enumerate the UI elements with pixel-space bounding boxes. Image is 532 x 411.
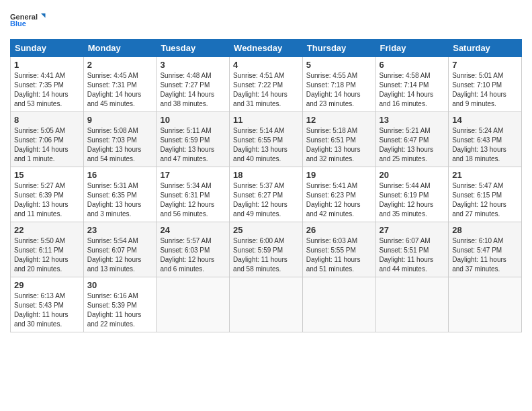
day-cell: 22Sunrise: 5:50 AMSunset: 6:11 PMDayligh… bbox=[11, 222, 84, 277]
day-cell: 13Sunrise: 5:21 AMSunset: 6:47 PMDayligh… bbox=[375, 112, 449, 167]
day-number: 30 bbox=[87, 280, 153, 290]
day-cell: 11Sunrise: 5:14 AMSunset: 6:55 PMDayligh… bbox=[230, 112, 303, 167]
day-info: Sunrise: 5:21 AMSunset: 6:47 PMDaylight:… bbox=[380, 126, 445, 164]
day-info: Sunrise: 6:10 AMSunset: 5:47 PMDaylight:… bbox=[452, 236, 518, 274]
day-number: 26 bbox=[306, 225, 372, 235]
day-number: 20 bbox=[380, 170, 445, 180]
day-info: Sunrise: 6:00 AMSunset: 5:59 PMDaylight:… bbox=[233, 236, 299, 274]
day-info: Sunrise: 4:45 AMSunset: 7:31 PMDaylight:… bbox=[87, 71, 153, 109]
week-row-3: 15Sunrise: 5:27 AMSunset: 6:39 PMDayligh… bbox=[11, 167, 522, 222]
week-row-1: 1Sunrise: 4:41 AMSunset: 7:35 PMDaylight… bbox=[11, 57, 522, 112]
day-cell bbox=[302, 277, 375, 332]
col-monday: Monday bbox=[83, 40, 157, 57]
day-cell bbox=[449, 277, 522, 332]
day-number: 7 bbox=[452, 60, 518, 70]
day-cell: 2Sunrise: 4:45 AMSunset: 7:31 PMDaylight… bbox=[83, 57, 157, 112]
day-number: 24 bbox=[160, 225, 226, 235]
day-cell: 25Sunrise: 6:00 AMSunset: 5:59 PMDayligh… bbox=[230, 222, 303, 277]
logo: General Blue bbox=[10, 7, 47, 34]
day-cell: 23Sunrise: 5:54 AMSunset: 6:07 PMDayligh… bbox=[83, 222, 157, 277]
day-info: Sunrise: 4:51 AMSunset: 7:22 PMDaylight:… bbox=[233, 71, 299, 109]
day-cell: 17Sunrise: 5:34 AMSunset: 6:31 PMDayligh… bbox=[157, 167, 230, 222]
day-cell: 27Sunrise: 6:07 AMSunset: 5:51 PMDayligh… bbox=[375, 222, 449, 277]
day-number: 4 bbox=[233, 60, 299, 70]
day-cell: 19Sunrise: 5:41 AMSunset: 6:23 PMDayligh… bbox=[302, 167, 375, 222]
day-number: 27 bbox=[380, 225, 445, 235]
day-number: 23 bbox=[87, 225, 153, 235]
day-number: 5 bbox=[306, 60, 372, 70]
day-cell bbox=[375, 277, 449, 332]
day-info: Sunrise: 5:34 AMSunset: 6:31 PMDaylight:… bbox=[160, 181, 226, 219]
svg-text:Blue: Blue bbox=[10, 19, 26, 28]
day-number: 17 bbox=[160, 170, 226, 180]
day-cell: 5Sunrise: 4:55 AMSunset: 7:18 PMDaylight… bbox=[302, 57, 375, 112]
day-info: Sunrise: 6:13 AMSunset: 5:43 PMDaylight:… bbox=[14, 291, 80, 329]
day-number: 21 bbox=[452, 170, 518, 180]
day-cell: 30Sunrise: 6:16 AMSunset: 5:39 PMDayligh… bbox=[83, 277, 157, 332]
day-cell: 15Sunrise: 5:27 AMSunset: 6:39 PMDayligh… bbox=[11, 167, 84, 222]
day-cell: 10Sunrise: 5:11 AMSunset: 6:59 PMDayligh… bbox=[157, 112, 230, 167]
col-wednesday: Wednesday bbox=[230, 40, 303, 57]
day-info: Sunrise: 5:24 AMSunset: 6:43 PMDaylight:… bbox=[452, 126, 518, 164]
day-number: 12 bbox=[306, 115, 372, 125]
day-cell bbox=[157, 277, 230, 332]
day-cell: 8Sunrise: 5:05 AMSunset: 7:06 PMDaylight… bbox=[11, 112, 84, 167]
day-cell: 3Sunrise: 4:48 AMSunset: 7:27 PMDaylight… bbox=[157, 57, 230, 112]
day-cell: 18Sunrise: 5:37 AMSunset: 6:27 PMDayligh… bbox=[230, 167, 303, 222]
day-number: 19 bbox=[306, 170, 372, 180]
day-cell: 24Sunrise: 5:57 AMSunset: 6:03 PMDayligh… bbox=[157, 222, 230, 277]
logo-svg: General Blue bbox=[10, 7, 47, 34]
day-number: 29 bbox=[14, 280, 80, 290]
day-number: 16 bbox=[87, 170, 153, 180]
day-cell: 26Sunrise: 6:03 AMSunset: 5:55 PMDayligh… bbox=[302, 222, 375, 277]
col-saturday: Saturday bbox=[449, 40, 522, 57]
week-row-5: 29Sunrise: 6:13 AMSunset: 5:43 PMDayligh… bbox=[11, 277, 522, 332]
day-info: Sunrise: 5:44 AMSunset: 6:19 PMDaylight:… bbox=[380, 181, 445, 219]
day-info: Sunrise: 5:11 AMSunset: 6:59 PMDaylight:… bbox=[160, 126, 226, 164]
day-cell: 14Sunrise: 5:24 AMSunset: 6:43 PMDayligh… bbox=[449, 112, 522, 167]
day-info: Sunrise: 5:08 AMSunset: 7:03 PMDaylight:… bbox=[87, 126, 153, 164]
week-row-4: 22Sunrise: 5:50 AMSunset: 6:11 PMDayligh… bbox=[11, 222, 522, 277]
header-row: Sunday Monday Tuesday Wednesday Thursday… bbox=[11, 40, 522, 57]
day-info: Sunrise: 6:16 AMSunset: 5:39 PMDaylight:… bbox=[87, 291, 153, 329]
day-number: 15 bbox=[14, 170, 80, 180]
col-sunday: Sunday bbox=[11, 40, 84, 57]
day-cell bbox=[230, 277, 303, 332]
day-number: 1 bbox=[14, 60, 80, 70]
day-number: 18 bbox=[233, 170, 299, 180]
day-number: 6 bbox=[380, 60, 445, 70]
day-info: Sunrise: 5:41 AMSunset: 6:23 PMDaylight:… bbox=[306, 181, 372, 219]
day-cell: 9Sunrise: 5:08 AMSunset: 7:03 PMDaylight… bbox=[83, 112, 157, 167]
header: General Blue bbox=[10, 7, 522, 34]
day-cell: 1Sunrise: 4:41 AMSunset: 7:35 PMDaylight… bbox=[11, 57, 84, 112]
day-info: Sunrise: 5:31 AMSunset: 6:35 PMDaylight:… bbox=[87, 181, 153, 219]
week-row-2: 8Sunrise: 5:05 AMSunset: 7:06 PMDaylight… bbox=[11, 112, 522, 167]
col-thursday: Thursday bbox=[302, 40, 375, 57]
day-number: 2 bbox=[87, 60, 153, 70]
day-info: Sunrise: 5:18 AMSunset: 6:51 PMDaylight:… bbox=[306, 126, 372, 164]
day-info: Sunrise: 5:27 AMSunset: 6:39 PMDaylight:… bbox=[14, 181, 80, 219]
day-info: Sunrise: 6:03 AMSunset: 5:55 PMDaylight:… bbox=[306, 236, 372, 274]
calendar-table: Sunday Monday Tuesday Wednesday Thursday… bbox=[10, 39, 522, 332]
day-number: 13 bbox=[380, 115, 445, 125]
day-cell: 29Sunrise: 6:13 AMSunset: 5:43 PMDayligh… bbox=[11, 277, 84, 332]
day-info: Sunrise: 5:54 AMSunset: 6:07 PMDaylight:… bbox=[87, 236, 153, 274]
day-number: 14 bbox=[452, 115, 518, 125]
day-cell: 6Sunrise: 4:58 AMSunset: 7:14 PMDaylight… bbox=[375, 57, 449, 112]
col-friday: Friday bbox=[375, 40, 449, 57]
day-info: Sunrise: 4:55 AMSunset: 7:18 PMDaylight:… bbox=[306, 71, 372, 109]
day-number: 11 bbox=[233, 115, 299, 125]
day-info: Sunrise: 4:58 AMSunset: 7:14 PMDaylight:… bbox=[380, 71, 445, 109]
page: General Blue Sunday Monday Tuesday Wedne… bbox=[0, 0, 532, 411]
day-info: Sunrise: 5:37 AMSunset: 6:27 PMDaylight:… bbox=[233, 181, 299, 219]
day-number: 22 bbox=[14, 225, 80, 235]
day-number: 10 bbox=[160, 115, 226, 125]
day-cell: 20Sunrise: 5:44 AMSunset: 6:19 PMDayligh… bbox=[375, 167, 449, 222]
day-info: Sunrise: 5:14 AMSunset: 6:55 PMDaylight:… bbox=[233, 126, 299, 164]
day-cell: 7Sunrise: 5:01 AMSunset: 7:10 PMDaylight… bbox=[449, 57, 522, 112]
day-info: Sunrise: 5:47 AMSunset: 6:15 PMDaylight:… bbox=[452, 181, 518, 219]
day-number: 3 bbox=[160, 60, 226, 70]
day-info: Sunrise: 5:57 AMSunset: 6:03 PMDaylight:… bbox=[160, 236, 226, 274]
col-tuesday: Tuesday bbox=[157, 40, 230, 57]
day-info: Sunrise: 4:41 AMSunset: 7:35 PMDaylight:… bbox=[14, 71, 80, 109]
